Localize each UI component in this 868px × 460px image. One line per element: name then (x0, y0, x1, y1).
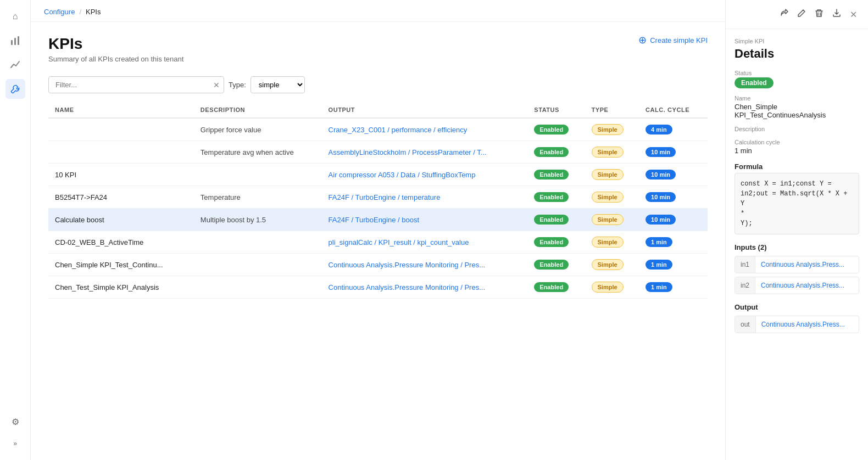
cell-status: Enabled (527, 164, 585, 186)
col-cycle: CALC. CYCLE (639, 102, 708, 118)
cell-desc: Temperature (194, 186, 322, 209)
sidebar: ⌂ ⚙ » (0, 0, 31, 460)
create-kpi-button[interactable]: ⊕ Create simple KPI (638, 35, 708, 45)
sidebar-item-expand[interactable]: » (5, 434, 25, 453)
input-row: in2 Continuous Analysis.Press... (735, 277, 859, 294)
cell-desc: Gripper force value (194, 118, 322, 141)
cell-status: Enabled (527, 254, 585, 276)
filter-clear-button[interactable]: ✕ (213, 81, 220, 89)
panel-edit-button[interactable] (795, 7, 808, 22)
col-type: TYPE (585, 102, 639, 118)
cell-name (48, 141, 194, 164)
col-status: STATUS (527, 102, 585, 118)
table-row[interactable]: CD-02_WEB_B_ActiveTime pli_signalCalc / … (48, 231, 708, 254)
cell-output[interactable]: Continuous Analysis.Pressure Monitoring … (322, 276, 528, 299)
cell-type: Simple (585, 254, 639, 276)
output-value[interactable]: Continuous Analysis.Press... (756, 316, 850, 333)
cell-output[interactable]: Air compressor A053 / Data / StuffingBox… (322, 164, 528, 186)
cell-cycle: 10 min (639, 141, 708, 164)
sidebar-item-home[interactable]: ⌂ (5, 7, 25, 26)
cell-output[interactable]: AssemblyLineStockholm / ProcessParameter… (322, 141, 528, 164)
breadcrumb-parent[interactable]: Configure (44, 8, 75, 16)
table-row[interactable]: Gripper force value Crane_X23_C001 / per… (48, 118, 708, 141)
cell-desc (194, 254, 322, 276)
sidebar-item-settings[interactable]: ⚙ (5, 412, 25, 431)
cell-type: Simple (585, 118, 639, 141)
cell-type: Simple (585, 276, 639, 299)
calc-cycle-label: Calculation cycle (735, 139, 859, 145)
formula-label: Formula (735, 162, 859, 171)
cell-type: Simple (585, 209, 639, 231)
right-panel: ✕ Simple KPI Details Status Enabled Name… (725, 0, 868, 460)
input-value[interactable]: Continuous Analysis.Press... (755, 277, 850, 294)
cell-status: Enabled (527, 209, 585, 231)
table-row[interactable]: Temperature avg when active AssemblyLine… (48, 141, 708, 164)
filter-input-wrap: ✕ (48, 76, 224, 93)
table-row[interactable]: B5254T7->FA24 Temperature FA24F / TurboE… (48, 186, 708, 209)
name-label: Name (735, 95, 859, 102)
panel-delete-button[interactable] (813, 7, 826, 22)
cell-status: Enabled (527, 186, 585, 209)
filter-row: ✕ Type: simple advanced all (48, 76, 305, 93)
col-output: OUTPUT (322, 102, 528, 118)
svg-rect-0 (11, 40, 13, 45)
panel-export-button[interactable] (830, 7, 843, 22)
cell-name: CD-02_WEB_B_ActiveTime (48, 231, 194, 254)
table-row[interactable]: 10 KPI Air compressor A053 / Data / Stuf… (48, 164, 708, 186)
cell-desc: Multiple boost by 1.5 (194, 209, 322, 231)
cell-type: Simple (585, 141, 639, 164)
cell-name: Calculate boost (48, 209, 194, 231)
panel-share-button[interactable] (777, 7, 791, 22)
page-title: KPIs (48, 35, 183, 53)
kpi-table: NAME DESCRIPTION OUTPUT STATUS TYPE CALC… (48, 102, 708, 299)
panel-body: Simple KPI Details Status Enabled Name C… (726, 29, 868, 345)
breadcrumb-current: KPIs (86, 8, 101, 16)
sidebar-bottom: ⚙ » (5, 412, 25, 453)
table-row[interactable]: Chen_Simple KPI_Test_Continu... Continuo… (48, 254, 708, 276)
cell-desc (194, 231, 322, 254)
cell-type: Simple (585, 164, 639, 186)
panel-section-title: Details (735, 47, 859, 61)
description-label: Description (735, 126, 859, 132)
type-select[interactable]: simple advanced all (251, 76, 305, 93)
breadcrumb-separator: / (79, 8, 81, 16)
col-name: NAME (48, 102, 194, 118)
table-row[interactable]: Calculate boost Multiple boost by 1.5 FA… (48, 209, 708, 231)
filter-toolbar: ✕ Type: simple advanced all (48, 76, 708, 93)
cell-status: Enabled (527, 141, 585, 164)
cell-name (48, 118, 194, 141)
cell-status: Enabled (527, 118, 585, 141)
output-section: Output out Continuous Analysis.Press... (735, 303, 859, 333)
svg-rect-1 (14, 38, 16, 45)
cell-name: Chen_Simple KPI_Test_Continu... (48, 254, 194, 276)
status-badge: Enabled (735, 77, 774, 88)
cell-desc (194, 164, 322, 186)
sidebar-item-tools[interactable] (5, 79, 25, 99)
output-row: out Continuous Analysis.Press... (735, 316, 859, 333)
sidebar-item-graph[interactable] (5, 55, 25, 75)
cell-name: B5254T7->FA24 (48, 186, 194, 209)
output-label: out (735, 316, 756, 333)
table-row[interactable]: Chen_Test_Simple KPI_Analysis Continuous… (48, 276, 708, 299)
inputs-title: Inputs (2) (735, 243, 859, 251)
panel-type-label: Simple KPI (735, 38, 859, 44)
cell-status: Enabled (527, 231, 585, 254)
cell-output[interactable]: FA24F / TurboEngine / boost (322, 209, 528, 231)
cell-type: Simple (585, 186, 639, 209)
cell-output[interactable]: Continuous Analysis.Pressure Monitoring … (322, 254, 528, 276)
calc-cycle-value: 1 min (735, 147, 859, 155)
cell-cycle: 4 min (639, 118, 708, 141)
sidebar-item-chart[interactable] (5, 31, 25, 51)
filter-input[interactable] (48, 76, 224, 93)
cell-cycle: 10 min (639, 209, 708, 231)
input-value[interactable]: Continuous Analysis.Press... (755, 256, 850, 273)
cell-name: Chen_Test_Simple KPI_Analysis (48, 276, 194, 299)
cell-name: 10 KPI (48, 164, 194, 186)
cell-output[interactable]: Crane_X23_C001 / performance / efficienc… (322, 118, 528, 141)
input-row: in1 Continuous Analysis.Press... (735, 256, 859, 273)
cell-desc (194, 276, 322, 299)
panel-close-button[interactable]: ✕ (848, 7, 859, 22)
cell-output[interactable]: pli_signalCalc / KPI_result / kpi_count_… (322, 231, 528, 254)
name-value: Chen_Simple KPI_Test_ContinuesAnalysis (735, 103, 859, 119)
cell-output[interactable]: FA24F / TurboEngine / temperature (322, 186, 528, 209)
